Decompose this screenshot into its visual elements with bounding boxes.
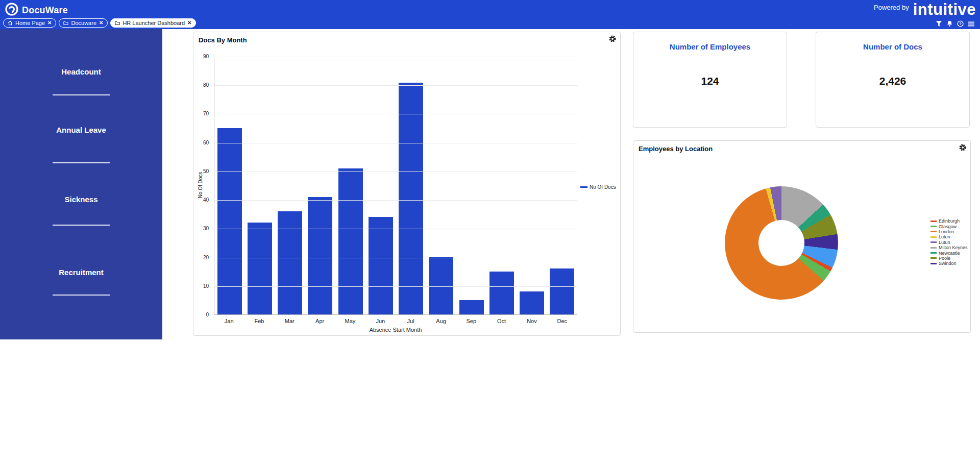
legend-item-glasgow[interactable]: Glasgow	[930, 224, 968, 229]
bar-oct[interactable]	[489, 272, 514, 314]
bar-slot	[486, 57, 517, 314]
legend-item-milton-keynes[interactable]: Milton Keynes	[930, 245, 968, 250]
bar-slot	[396, 57, 426, 314]
sidebar-item-sickness[interactable]: Sickness	[0, 195, 162, 204]
y-tick-label: 40	[203, 197, 209, 203]
gridline	[214, 200, 577, 201]
employees-by-location-title: Employees by Location	[639, 145, 713, 153]
gear-icon[interactable]	[608, 35, 616, 43]
legend-swatch	[930, 247, 937, 249]
gridline	[214, 172, 577, 172]
bar-mar[interactable]	[278, 211, 302, 314]
sidebar-divider	[53, 94, 110, 95]
x-axis-title: Absence Start Month	[214, 327, 577, 333]
docs-by-month-card: Docs By Month 0102030405060708090 No Of …	[193, 32, 621, 336]
help-icon[interactable]: ?	[957, 20, 964, 27]
tab-home-page[interactable]: Home Page ✕	[3, 18, 56, 28]
tab-hr-launcher-dashboard[interactable]: HR Launcher Dashboard ✕	[110, 18, 196, 28]
docuware-logo-icon	[5, 3, 18, 18]
stat-card-value: 2,426	[816, 75, 969, 87]
legend-item-newcastle[interactable]: Newcastle	[930, 250, 968, 255]
y-tick-label: 30	[203, 226, 209, 231]
brand-name: DocuWare	[22, 5, 68, 16]
legend-item-luton[interactable]: Luton	[930, 234, 968, 239]
bar-jul[interactable]	[399, 83, 423, 315]
sidebar-item-annual-leave[interactable]: Annual Leave	[0, 126, 162, 134]
bar-dec[interactable]	[550, 268, 574, 314]
x-tick-label: Aug	[426, 318, 456, 324]
tab-docuware[interactable]: Docuware ✕	[59, 18, 108, 28]
y-axis-title: No Of Docs	[198, 170, 203, 200]
launcher-sidebar: Headcount Annual Leave Sickness Recruitm…	[0, 29, 162, 339]
legend-swatch	[930, 226, 937, 227]
number-of-employees-card: Number of Employees 124	[633, 32, 787, 128]
gridline	[214, 143, 577, 143]
x-tick-label: Sep	[456, 318, 486, 324]
x-tick-label: May	[335, 318, 365, 324]
y-tick-label: 90	[203, 54, 209, 59]
bar-slot	[365, 57, 396, 314]
tab-label: HR Launcher Dashboard	[122, 20, 185, 26]
docs-by-month-title: Docs By Month	[199, 36, 247, 44]
number-of-docs-card: Number of Docs 2,426	[816, 32, 970, 128]
legend-swatch	[930, 252, 937, 254]
employees-by-location-card: Employees by Location EdinburghGlasgowLo…	[633, 140, 971, 333]
x-axis-ticks: JanFebMarAprMayJunJulAugSepOctNovDec	[214, 318, 577, 324]
x-tick-label: Jan	[214, 318, 244, 324]
gear-icon[interactable]	[959, 144, 966, 152]
legend-item-london[interactable]: London	[930, 229, 968, 234]
legend-label: No Of Docs	[590, 184, 616, 190]
sidebar-divider	[53, 295, 110, 296]
sidebar-item-headcount[interactable]: Headcount	[0, 67, 162, 76]
x-tick-label: Nov	[517, 318, 547, 324]
stat-card-title: Number of Employees	[633, 42, 787, 51]
menu-icon[interactable]	[968, 21, 975, 27]
bar-slot	[547, 57, 577, 314]
legend-swatch	[930, 241, 937, 243]
legend-swatch	[930, 231, 937, 232]
bar-apr[interactable]	[308, 197, 332, 314]
bar-plot-area	[214, 57, 577, 315]
bar-sep[interactable]	[459, 300, 484, 314]
legend-label: Glasgow	[939, 224, 957, 229]
tab-close-icon[interactable]: ✕	[47, 20, 52, 26]
gridline	[214, 57, 577, 57]
bell-icon[interactable]	[946, 20, 953, 27]
legend-item-edinburgh[interactable]: Edinburgh	[930, 218, 968, 224]
bar-slot	[335, 57, 365, 314]
sidebar-item-label: Headcount	[61, 67, 101, 76]
y-tick-label: 20	[203, 255, 209, 260]
legend-label: Swindon	[939, 261, 957, 266]
sidebar-divider	[53, 162, 110, 163]
legend-item-swindon[interactable]: Swindon	[930, 261, 968, 266]
legend-item-lutun[interactable]: Lutun	[930, 240, 968, 245]
legend-item-poole[interactable]: Poole	[930, 256, 968, 261]
bar-jun[interactable]	[369, 217, 393, 314]
donut-legend: EdinburghGlasgowLondonLutonLutunMilton K…	[930, 218, 968, 266]
x-tick-label: Apr	[305, 318, 335, 324]
bar-nov[interactable]	[520, 291, 544, 314]
gridline	[214, 258, 577, 258]
folder-icon	[63, 20, 68, 26]
gridline	[214, 286, 577, 287]
x-tick-label: Feb	[244, 318, 274, 324]
tab-close-icon[interactable]: ✕	[187, 20, 191, 26]
legend-label: Poole	[939, 256, 950, 261]
x-tick-label: Dec	[547, 318, 577, 324]
filter-icon[interactable]	[936, 20, 942, 27]
sidebar-item-label: Recruitment	[59, 268, 104, 277]
y-tick-label: 0	[206, 312, 209, 317]
bar-may[interactable]	[338, 168, 363, 314]
legend-label: London	[939, 229, 954, 234]
legend-label: Milton Keynes	[939, 245, 968, 250]
sidebar-item-recruitment[interactable]: Recruitment	[0, 268, 162, 277]
bar-chart-legend-item[interactable]: No Of Docs	[580, 184, 616, 190]
x-tick-label: Jun	[365, 318, 396, 324]
gridline	[214, 85, 577, 86]
bar-feb[interactable]	[248, 223, 272, 314]
tab-close-icon[interactable]: ✕	[99, 20, 103, 26]
top-header-bar: DocuWare Powered by intuitive Home Page …	[0, 0, 980, 29]
bar-slot	[456, 57, 486, 314]
y-tick-label: 70	[203, 111, 209, 116]
employees-by-location-donut[interactable]	[725, 186, 838, 300]
